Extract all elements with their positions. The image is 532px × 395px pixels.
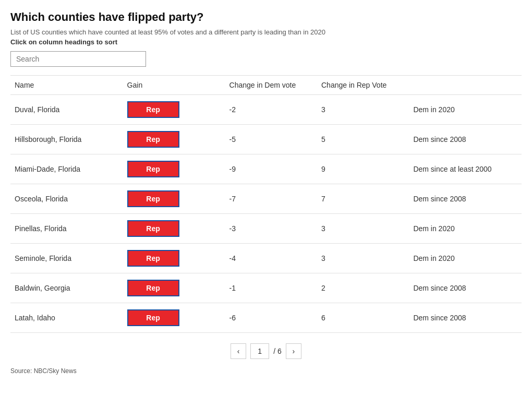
cell-rep-change: 7 <box>317 184 409 214</box>
cell-rep-change: 9 <box>317 154 409 184</box>
cell-previous: Dem since 2008 <box>409 303 522 333</box>
gain-badge: Rep <box>127 280 179 296</box>
cell-gain: Rep <box>123 125 225 154</box>
cell-previous: Dem in 2020 <box>409 244 522 273</box>
cell-gain: Rep <box>123 95 225 125</box>
col-header-prev <box>409 76 522 95</box>
cell-gain: Rep <box>123 273 225 303</box>
cell-gain: Rep <box>123 154 225 184</box>
cell-rep-change: 3 <box>317 214 409 244</box>
table-row: Miami-Dade, Florida Rep -9 9 Dem since a… <box>10 154 522 184</box>
cell-rep-change: 2 <box>317 273 409 303</box>
search-container <box>10 51 522 67</box>
cell-name: Baldwin, Georgia <box>10 273 123 303</box>
page-subtitle: List of US counties which have counted a… <box>10 28 522 36</box>
cell-name: Pinellas, Florida <box>10 214 123 244</box>
cell-gain: Rep <box>123 244 225 273</box>
cell-previous: Dem since 2008 <box>409 273 522 303</box>
pagination: ‹ / 6 › <box>10 343 522 359</box>
cell-name: Seminole, Florida <box>10 244 123 273</box>
cell-rep-change: 3 <box>317 244 409 273</box>
table-row: Duval, Florida Rep -2 3 Dem in 2020 <box>10 95 522 125</box>
cell-dem-change: -6 <box>225 303 317 333</box>
cell-rep-change: 5 <box>317 125 409 154</box>
table-row: Pinellas, Florida Rep -3 3 Dem in 2020 <box>10 214 522 244</box>
col-header-rep[interactable]: Change in Rep Vote <box>317 76 409 95</box>
table-row: Osceola, Florida Rep -7 7 Dem since 2008 <box>10 184 522 214</box>
cell-previous: Dem since 2008 <box>409 125 522 154</box>
cell-previous: Dem in 2020 <box>409 95 522 125</box>
cell-previous: Dem since 2008 <box>409 184 522 214</box>
cell-dem-change: -3 <box>225 214 317 244</box>
col-header-gain[interactable]: Gain <box>123 76 225 95</box>
table-row: Latah, Idaho Rep -6 6 Dem since 2008 <box>10 303 522 333</box>
gain-badge: Rep <box>127 220 179 237</box>
table-row: Hillsborough, Florida Rep -5 5 Dem since… <box>10 125 522 154</box>
cell-gain: Rep <box>123 184 225 214</box>
cell-name: Miami-Dade, Florida <box>10 154 123 184</box>
cell-name: Hillsborough, Florida <box>10 125 123 154</box>
table-row: Seminole, Florida Rep -4 3 Dem in 2020 <box>10 244 522 273</box>
page-number-input[interactable] <box>250 343 269 359</box>
cell-name: Latah, Idaho <box>10 303 123 333</box>
cell-dem-change: -5 <box>225 125 317 154</box>
cell-previous: Dem since at least 2000 <box>409 154 522 184</box>
cell-dem-change: -1 <box>225 273 317 303</box>
cell-dem-change: -9 <box>225 154 317 184</box>
cell-name: Osceola, Florida <box>10 184 123 214</box>
page-title: Which counties have flipped party? <box>10 10 522 24</box>
sort-hint: Click on column headings to sort <box>10 38 522 46</box>
col-header-dem[interactable]: Change in Dem vote <box>225 76 317 95</box>
gain-badge: Rep <box>127 161 179 177</box>
cell-name: Duval, Florida <box>10 95 123 125</box>
next-page-button[interactable]: › <box>286 343 301 359</box>
cell-dem-change: -4 <box>225 244 317 273</box>
cell-gain: Rep <box>123 214 225 244</box>
source-text: Source: NBC/Sky News <box>10 367 522 375</box>
gain-badge: Rep <box>127 250 179 267</box>
table-row: Baldwin, Georgia Rep -1 2 Dem since 2008 <box>10 273 522 303</box>
gain-badge: Rep <box>127 190 179 207</box>
cell-rep-change: 3 <box>317 95 409 125</box>
data-table: Name Gain Change in Dem vote Change in R… <box>10 75 522 333</box>
cell-previous: Dem in 2020 <box>409 214 522 244</box>
col-header-name[interactable]: Name <box>10 76 123 95</box>
cell-gain: Rep <box>123 303 225 333</box>
table-header-row: Name Gain Change in Dem vote Change in R… <box>10 76 522 95</box>
prev-page-button[interactable]: ‹ <box>231 343 246 359</box>
gain-badge: Rep <box>127 131 179 148</box>
search-input[interactable] <box>10 51 146 67</box>
page-total: / 6 <box>273 347 282 355</box>
gain-badge: Rep <box>127 101 179 118</box>
cell-rep-change: 6 <box>317 303 409 333</box>
gain-badge: Rep <box>127 309 179 326</box>
cell-dem-change: -7 <box>225 184 317 214</box>
cell-dem-change: -2 <box>225 95 317 125</box>
